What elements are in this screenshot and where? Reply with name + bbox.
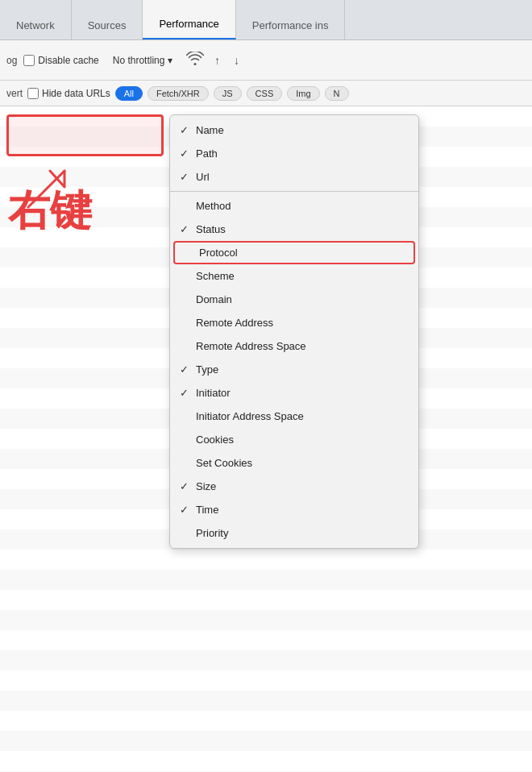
menu-item-method[interactable]: Method [170,194,418,218]
menu-label-remote-address: Remote Address [196,317,405,329]
menu-label-path: Path [196,147,405,160]
menu-item-remote-address[interactable]: Remote Address [170,311,418,334]
tab-performance-ins[interactable]: Performance ins [236,0,346,39]
disable-cache-label[interactable]: Disable cache [23,55,98,66]
checkmark-path: ✓ [180,147,196,160]
menu-item-scheme[interactable]: Scheme [170,264,418,288]
hide-data-urls-label[interactable]: Hide data URLs [27,88,110,99]
main-area: 右键 ✓ Name ✓ Path ✓ Url Method ✓ Status P… [0,106,532,772]
throttle-button[interactable]: No throttling ▾ [106,52,181,69]
log-label: og [6,55,17,66]
hide-data-urls-checkbox[interactable] [27,88,39,99]
menu-label-size: Size [196,480,405,492]
download-button[interactable]: ↓ [230,54,243,67]
menu-label-protocol: Protocol [199,247,404,259]
menu-item-type[interactable]: ✓ Type [170,358,418,381]
menu-item-name[interactable]: ✓ Name [170,118,418,142]
disable-cache-checkbox[interactable] [23,55,35,66]
filter-img[interactable]: Img [287,86,319,101]
menu-item-set-cookies[interactable]: Set Cookies [170,451,418,475]
toolbar-row2: vert Hide data URLs All Fetch/XHR JS CSS… [0,81,532,106]
menu-label-cookies: Cookies [196,434,405,446]
filter-all[interactable]: All [115,86,143,101]
menu-label-scheme: Scheme [196,270,405,282]
tab-bar: Network Sources Performance Performance … [0,0,532,40]
menu-separator-1 [170,191,418,192]
menu-label-remote-address-space: Remote Address Space [196,340,405,352]
checkmark-initiator: ✓ [180,387,196,399]
red-box-annotation [6,114,164,156]
checkmark-status: ✓ [180,223,196,235]
upload-button[interactable]: ↑ [210,54,223,67]
menu-item-status[interactable]: ✓ Status [170,218,418,241]
tab-sources[interactable]: Sources [72,0,143,39]
menu-item-remote-address-space[interactable]: Remote Address Space [170,334,418,358]
menu-item-cookies[interactable]: Cookies [170,428,418,451]
menu-item-url[interactable]: ✓ Url [170,165,418,189]
menu-item-domain[interactable]: Domain [170,288,418,311]
tab-performance[interactable]: Performance [143,0,235,39]
checkmark-type: ✓ [180,363,196,376]
chevron-down-icon: ▾ [168,55,172,66]
menu-label-status: Status [196,223,405,235]
filter-css[interactable]: CSS [247,86,283,101]
checkmark-time: ✓ [180,504,196,516]
menu-item-path[interactable]: ✓ Path [170,142,418,165]
menu-label-type: Type [196,363,405,376]
wifi-icon [186,52,204,68]
menu-label-priority: Priority [196,527,405,539]
menu-item-time[interactable]: ✓ Time [170,498,418,521]
checkmark-url: ✓ [180,171,196,183]
filter-fetch-xhr[interactable]: Fetch/XHR [148,86,209,101]
checkmark-size: ✓ [180,480,196,492]
checkmark-name: ✓ [180,124,196,136]
filter-n[interactable]: N [325,86,349,101]
tab-network[interactable]: Network [0,0,72,39]
filter-js[interactable]: JS [214,86,242,101]
menu-label-set-cookies: Set Cookies [196,457,405,469]
menu-label-domain: Domain [196,293,405,305]
menu-label-initiator: Initiator [196,387,405,399]
menu-label-url: Url [196,171,405,183]
menu-label-initiator-address-space: Initiator Address Space [196,410,405,422]
menu-label-time: Time [196,504,405,516]
menu-item-size[interactable]: ✓ Size [170,475,418,498]
chinese-annotation: 右键 [8,183,92,239]
menu-label-name: Name [196,124,405,136]
invert-label: vert [6,88,23,99]
menu-label-method: Method [196,200,405,212]
toolbar-row1: og Disable cache No throttling ▾ ↑ ↓ [0,40,532,81]
context-menu: ✓ Name ✓ Path ✓ Url Method ✓ Status Prot… [169,114,419,549]
menu-item-initiator[interactable]: ✓ Initiator [170,381,418,405]
menu-item-protocol[interactable]: Protocol [173,241,415,264]
menu-item-priority[interactable]: Priority [170,521,418,545]
menu-item-initiator-address-space[interactable]: Initiator Address Space [170,405,418,428]
